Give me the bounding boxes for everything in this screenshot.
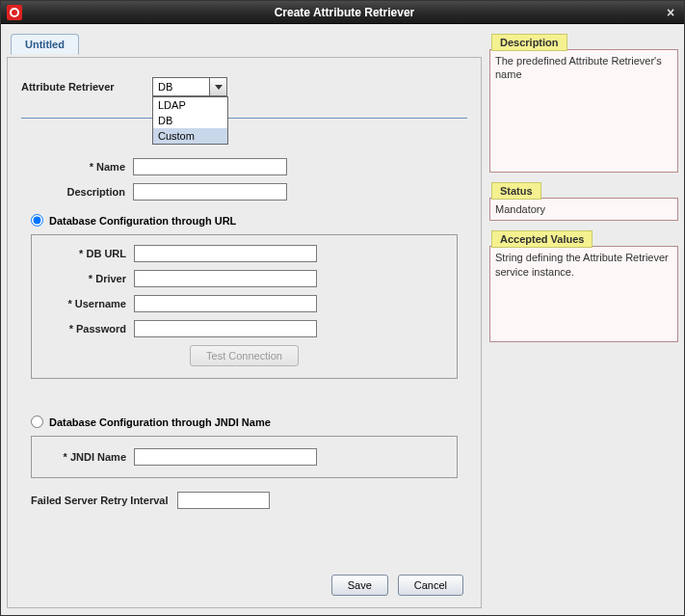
dialog-buttons: Save Cancel	[331, 575, 463, 596]
close-icon[interactable]: ×	[661, 5, 680, 20]
tab-untitled[interactable]: Untitled	[11, 34, 79, 55]
description-label: Description	[17, 186, 133, 198]
retry-label: Failed Server Retry Interval	[31, 495, 177, 506]
username-input[interactable]	[134, 295, 317, 312]
attribute-retriever-select[interactable]: DB LDAP DB Custom	[152, 77, 227, 96]
info-status: Status Mandatory	[489, 182, 678, 221]
jndi-group: * JNDI Name	[31, 436, 458, 478]
driver-label: * Driver	[41, 273, 134, 284]
option-custom[interactable]: Custom	[153, 128, 227, 144]
db-url-group: * DB URL * Driver * Username * Password …	[31, 234, 458, 379]
attribute-retriever-value: DB	[158, 81, 172, 93]
info-description-title: Description	[491, 34, 567, 51]
attribute-retriever-dropdown: LDAP DB Custom	[152, 96, 228, 145]
info-status-body: Mandatory	[489, 198, 678, 221]
option-ldap[interactable]: LDAP	[153, 97, 227, 113]
retry-input[interactable]	[177, 492, 270, 509]
driver-input[interactable]	[134, 270, 317, 287]
radio-db-url[interactable]	[31, 214, 43, 227]
chevron-down-icon[interactable]	[209, 78, 226, 95]
description-input[interactable]	[133, 183, 287, 201]
cancel-button[interactable]: Cancel	[398, 575, 463, 596]
name-input[interactable]	[133, 158, 287, 175]
window-titlebar: Create Attribute Retriever ×	[1, 1, 684, 24]
db-url-input[interactable]	[134, 245, 317, 262]
radio-db-url-label: Database Configuration through URL	[49, 215, 236, 227]
password-label: * Password	[41, 323, 134, 335]
info-status-title: Status	[491, 182, 541, 200]
info-description-body: The predefined Attribute Retriever's nam…	[489, 49, 678, 173]
info-description: Description The predefined Attribute Ret…	[489, 34, 678, 173]
info-accepted-title: Accepted Values	[491, 230, 593, 248]
radio-jndi-label: Database Configuration through JNDI Name	[49, 416, 271, 428]
name-label: * Name	[17, 161, 133, 173]
jndi-label: * JNDI Name	[41, 451, 134, 463]
main-panel: Attribute Retriever DB LDAP DB Custom * …	[7, 57, 482, 608]
info-accepted-body: String defining the Attribute Retriever …	[489, 246, 678, 342]
option-db[interactable]: DB	[153, 113, 227, 128]
password-input[interactable]	[134, 320, 317, 337]
window-title: Create Attribute Retriever	[28, 6, 661, 19]
content-area: Untitled Attribute Retriever DB LDAP DB …	[1, 24, 684, 615]
username-label: * Username	[41, 298, 134, 309]
radio-jndi[interactable]	[31, 415, 43, 428]
info-accepted: Accepted Values String defining the Attr…	[489, 230, 678, 342]
left-pane: Untitled Attribute Retriever DB LDAP DB …	[7, 30, 482, 609]
save-button[interactable]: Save	[331, 575, 388, 596]
tab-strip: Untitled	[7, 30, 482, 57]
attribute-retriever-label: Attribute Retriever	[17, 81, 152, 93]
oracle-icon	[7, 5, 22, 20]
db-url-label: * DB URL	[41, 248, 134, 259]
right-pane: Description The predefined Attribute Ret…	[489, 30, 678, 609]
jndi-input[interactable]	[134, 448, 317, 466]
test-connection-button[interactable]: Test Connection	[190, 345, 299, 366]
